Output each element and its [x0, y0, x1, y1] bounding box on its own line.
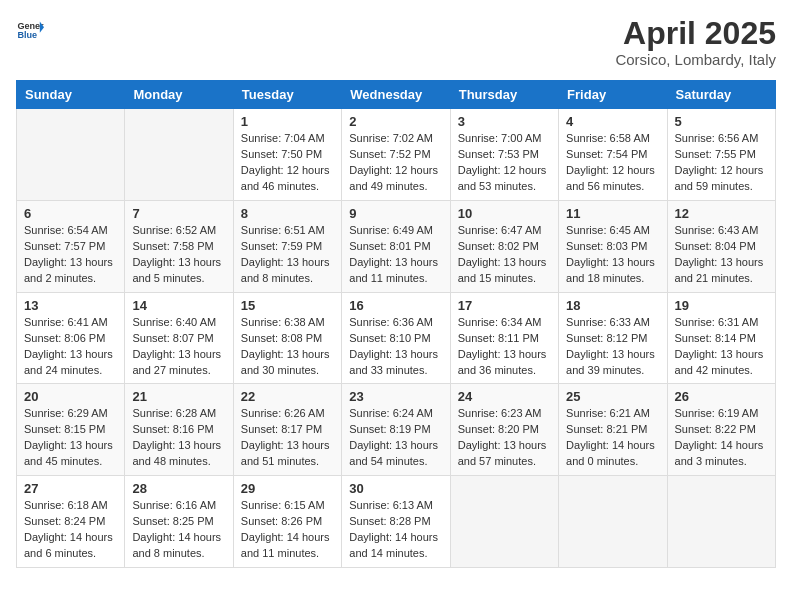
day-detail: Sunrise: 6:13 AMSunset: 8:28 PMDaylight:… [349, 498, 442, 562]
day-number: 18 [566, 298, 659, 313]
day-number: 13 [24, 298, 117, 313]
weekday-header-tuesday: Tuesday [233, 81, 341, 109]
day-detail: Sunrise: 6:49 AMSunset: 8:01 PMDaylight:… [349, 223, 442, 287]
day-detail: Sunrise: 6:56 AMSunset: 7:55 PMDaylight:… [675, 131, 768, 195]
day-number: 23 [349, 389, 442, 404]
month-title: April 2025 [615, 16, 776, 51]
day-number: 15 [241, 298, 334, 313]
calendar-cell: 20Sunrise: 6:29 AMSunset: 8:15 PMDayligh… [17, 384, 125, 476]
calendar-cell: 24Sunrise: 6:23 AMSunset: 8:20 PMDayligh… [450, 384, 558, 476]
day-number: 12 [675, 206, 768, 221]
day-detail: Sunrise: 6:24 AMSunset: 8:19 PMDaylight:… [349, 406, 442, 470]
day-detail: Sunrise: 7:04 AMSunset: 7:50 PMDaylight:… [241, 131, 334, 195]
calendar-cell: 21Sunrise: 6:28 AMSunset: 8:16 PMDayligh… [125, 384, 233, 476]
day-number: 2 [349, 114, 442, 129]
day-detail: Sunrise: 6:28 AMSunset: 8:16 PMDaylight:… [132, 406, 225, 470]
day-number: 3 [458, 114, 551, 129]
calendar-cell: 11Sunrise: 6:45 AMSunset: 8:03 PMDayligh… [559, 200, 667, 292]
day-number: 5 [675, 114, 768, 129]
day-detail: Sunrise: 6:33 AMSunset: 8:12 PMDaylight:… [566, 315, 659, 379]
day-detail: Sunrise: 6:18 AMSunset: 8:24 PMDaylight:… [24, 498, 117, 562]
day-number: 16 [349, 298, 442, 313]
calendar-cell: 13Sunrise: 6:41 AMSunset: 8:06 PMDayligh… [17, 292, 125, 384]
calendar-cell: 14Sunrise: 6:40 AMSunset: 8:07 PMDayligh… [125, 292, 233, 384]
calendar-cell: 22Sunrise: 6:26 AMSunset: 8:17 PMDayligh… [233, 384, 341, 476]
calendar-cell: 18Sunrise: 6:33 AMSunset: 8:12 PMDayligh… [559, 292, 667, 384]
calendar-cell: 30Sunrise: 6:13 AMSunset: 8:28 PMDayligh… [342, 476, 450, 568]
day-number: 19 [675, 298, 768, 313]
weekday-header-friday: Friday [559, 81, 667, 109]
day-detail: Sunrise: 6:16 AMSunset: 8:25 PMDaylight:… [132, 498, 225, 562]
calendar-table: SundayMondayTuesdayWednesdayThursdayFrid… [16, 80, 776, 568]
day-number: 7 [132, 206, 225, 221]
calendar-cell: 9Sunrise: 6:49 AMSunset: 8:01 PMDaylight… [342, 200, 450, 292]
day-detail: Sunrise: 6:43 AMSunset: 8:04 PMDaylight:… [675, 223, 768, 287]
day-detail: Sunrise: 6:58 AMSunset: 7:54 PMDaylight:… [566, 131, 659, 195]
day-number: 4 [566, 114, 659, 129]
day-detail: Sunrise: 6:15 AMSunset: 8:26 PMDaylight:… [241, 498, 334, 562]
calendar-cell: 17Sunrise: 6:34 AMSunset: 8:11 PMDayligh… [450, 292, 558, 384]
calendar-cell: 7Sunrise: 6:52 AMSunset: 7:58 PMDaylight… [125, 200, 233, 292]
day-detail: Sunrise: 6:47 AMSunset: 8:02 PMDaylight:… [458, 223, 551, 287]
weekday-header-row: SundayMondayTuesdayWednesdayThursdayFrid… [17, 81, 776, 109]
day-detail: Sunrise: 6:54 AMSunset: 7:57 PMDaylight:… [24, 223, 117, 287]
day-detail: Sunrise: 6:41 AMSunset: 8:06 PMDaylight:… [24, 315, 117, 379]
calendar-cell [559, 476, 667, 568]
day-number: 22 [241, 389, 334, 404]
calendar-cell: 4Sunrise: 6:58 AMSunset: 7:54 PMDaylight… [559, 109, 667, 201]
day-detail: Sunrise: 6:38 AMSunset: 8:08 PMDaylight:… [241, 315, 334, 379]
week-row-5: 27Sunrise: 6:18 AMSunset: 8:24 PMDayligh… [17, 476, 776, 568]
day-number: 6 [24, 206, 117, 221]
calendar-cell: 15Sunrise: 6:38 AMSunset: 8:08 PMDayligh… [233, 292, 341, 384]
calendar-cell [17, 109, 125, 201]
calendar-cell: 10Sunrise: 6:47 AMSunset: 8:02 PMDayligh… [450, 200, 558, 292]
calendar-cell: 26Sunrise: 6:19 AMSunset: 8:22 PMDayligh… [667, 384, 775, 476]
day-detail: Sunrise: 7:02 AMSunset: 7:52 PMDaylight:… [349, 131, 442, 195]
calendar-cell: 27Sunrise: 6:18 AMSunset: 8:24 PMDayligh… [17, 476, 125, 568]
calendar-cell: 23Sunrise: 6:24 AMSunset: 8:19 PMDayligh… [342, 384, 450, 476]
day-number: 30 [349, 481, 442, 496]
week-row-2: 6Sunrise: 6:54 AMSunset: 7:57 PMDaylight… [17, 200, 776, 292]
weekday-header-wednesday: Wednesday [342, 81, 450, 109]
location-title: Corsico, Lombardy, Italy [615, 51, 776, 68]
calendar-cell: 3Sunrise: 7:00 AMSunset: 7:53 PMDaylight… [450, 109, 558, 201]
calendar-cell: 25Sunrise: 6:21 AMSunset: 8:21 PMDayligh… [559, 384, 667, 476]
calendar-cell: 19Sunrise: 6:31 AMSunset: 8:14 PMDayligh… [667, 292, 775, 384]
calendar-cell: 29Sunrise: 6:15 AMSunset: 8:26 PMDayligh… [233, 476, 341, 568]
week-row-1: 1Sunrise: 7:04 AMSunset: 7:50 PMDaylight… [17, 109, 776, 201]
calendar-cell: 16Sunrise: 6:36 AMSunset: 8:10 PMDayligh… [342, 292, 450, 384]
day-number: 29 [241, 481, 334, 496]
day-detail: Sunrise: 6:45 AMSunset: 8:03 PMDaylight:… [566, 223, 659, 287]
calendar-cell [125, 109, 233, 201]
day-detail: Sunrise: 6:26 AMSunset: 8:17 PMDaylight:… [241, 406, 334, 470]
weekday-header-thursday: Thursday [450, 81, 558, 109]
day-number: 8 [241, 206, 334, 221]
day-number: 17 [458, 298, 551, 313]
weekday-header-monday: Monday [125, 81, 233, 109]
logo-icon: General Blue [16, 16, 44, 44]
day-number: 28 [132, 481, 225, 496]
day-number: 20 [24, 389, 117, 404]
day-number: 14 [132, 298, 225, 313]
calendar-cell [450, 476, 558, 568]
week-row-3: 13Sunrise: 6:41 AMSunset: 8:06 PMDayligh… [17, 292, 776, 384]
weekday-header-saturday: Saturday [667, 81, 775, 109]
calendar-cell: 6Sunrise: 6:54 AMSunset: 7:57 PMDaylight… [17, 200, 125, 292]
day-detail: Sunrise: 6:21 AMSunset: 8:21 PMDaylight:… [566, 406, 659, 470]
logo: General Blue [16, 16, 44, 44]
day-detail: Sunrise: 6:52 AMSunset: 7:58 PMDaylight:… [132, 223, 225, 287]
svg-text:Blue: Blue [17, 30, 37, 40]
title-area: April 2025 Corsico, Lombardy, Italy [615, 16, 776, 68]
calendar-cell: 1Sunrise: 7:04 AMSunset: 7:50 PMDaylight… [233, 109, 341, 201]
day-number: 26 [675, 389, 768, 404]
day-number: 10 [458, 206, 551, 221]
day-detail: Sunrise: 6:51 AMSunset: 7:59 PMDaylight:… [241, 223, 334, 287]
day-number: 11 [566, 206, 659, 221]
page-header: General Blue April 2025 Corsico, Lombard… [16, 16, 776, 68]
day-number: 24 [458, 389, 551, 404]
day-number: 9 [349, 206, 442, 221]
calendar-cell: 12Sunrise: 6:43 AMSunset: 8:04 PMDayligh… [667, 200, 775, 292]
day-detail: Sunrise: 6:36 AMSunset: 8:10 PMDaylight:… [349, 315, 442, 379]
day-number: 21 [132, 389, 225, 404]
calendar-cell: 28Sunrise: 6:16 AMSunset: 8:25 PMDayligh… [125, 476, 233, 568]
